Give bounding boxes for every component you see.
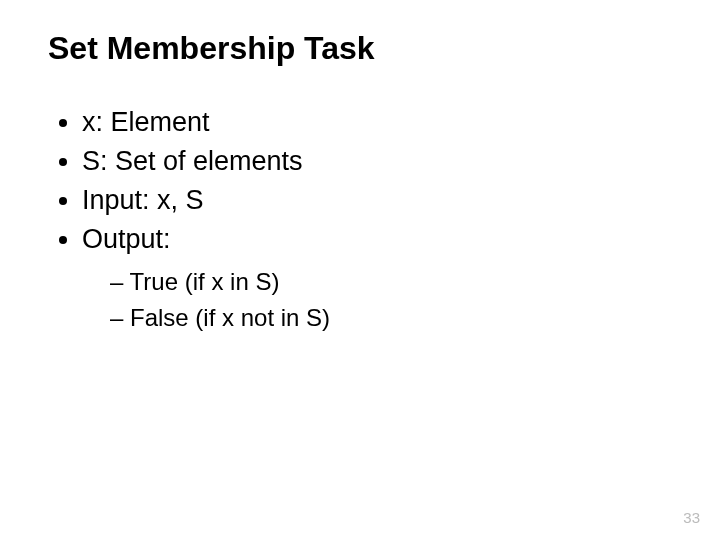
slide: Set Membership Task x: Element S: Set of…	[0, 0, 720, 540]
list-item: Output: True (if x in S) False (if x not…	[82, 220, 672, 335]
slide-title: Set Membership Task	[48, 30, 672, 67]
list-item: S: Set of elements	[82, 142, 672, 181]
list-item-label: Output:	[82, 224, 171, 254]
sub-list-item: True (if x in S)	[110, 264, 672, 300]
sub-bullet-list: True (if x in S) False (if x not in S)	[82, 264, 672, 336]
page-number: 33	[683, 509, 700, 526]
list-item: x: Element	[82, 103, 672, 142]
list-item: Input: x, S	[82, 181, 672, 220]
sub-list-item: False (if x not in S)	[110, 300, 672, 336]
bullet-list: x: Element S: Set of elements Input: x, …	[48, 103, 672, 336]
